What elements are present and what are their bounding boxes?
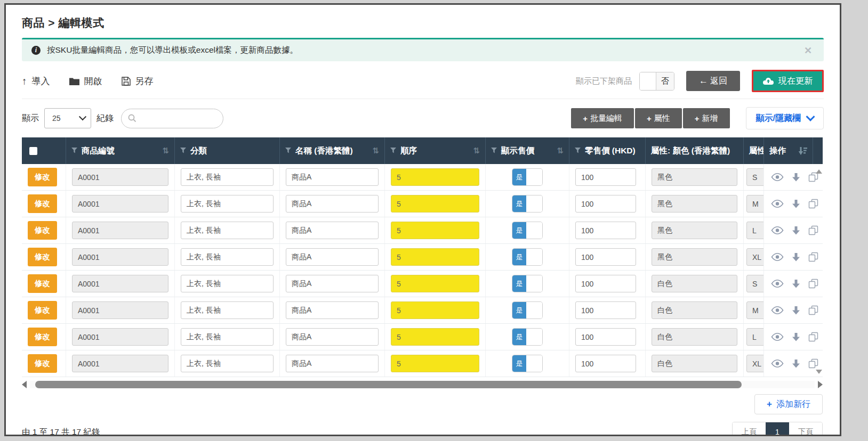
color-input[interactable]: 黑色 — [652, 168, 737, 186]
scroll-up-arrow[interactable] — [816, 169, 822, 174]
order-input[interactable]: 5 — [391, 275, 479, 292]
edit-row-button[interactable]: 修改 — [28, 274, 57, 293]
color-input[interactable]: 黑色 — [652, 222, 737, 239]
show-price-toggle[interactable]: 是 — [512, 275, 542, 292]
sort-icon[interactable]: ⇅ — [162, 146, 169, 156]
show-price-toggle[interactable]: 是 — [512, 249, 542, 265]
show-price-toggle[interactable]: 是 — [512, 355, 542, 372]
color-input[interactable]: 白色 — [652, 355, 737, 372]
category-input[interactable]: 上衣, 長袖 — [181, 195, 274, 213]
update-now-button[interactable]: 現在更新 — [752, 70, 824, 92]
sku-input[interactable]: A0001 — [72, 328, 168, 346]
edit-row-button[interactable]: 修改 — [28, 301, 57, 320]
view-icon[interactable] — [771, 200, 784, 208]
show-price-toggle[interactable]: 是 — [512, 329, 542, 345]
view-icon[interactable] — [771, 360, 784, 368]
copy-icon[interactable] — [808, 358, 818, 369]
import-button[interactable]: ↑ 導入 — [22, 75, 50, 87]
banner-close-button[interactable]: ✕ — [802, 45, 814, 56]
size-input[interactable]: L — [746, 328, 764, 346]
select-all-header[interactable] — [22, 137, 66, 164]
category-input[interactable]: 上衣, 長袖 — [181, 275, 274, 292]
view-icon[interactable] — [771, 253, 784, 261]
download-icon[interactable] — [792, 200, 800, 208]
sku-input[interactable]: A0001 — [72, 222, 168, 239]
copy-icon[interactable] — [808, 225, 818, 235]
sort-icon[interactable]: ⇅ — [473, 146, 480, 156]
category-input[interactable]: 上衣, 長袖 — [181, 222, 274, 239]
price-input[interactable]: 100 — [575, 275, 636, 292]
add-new-button[interactable]: + 新增 — [683, 108, 730, 128]
download-icon[interactable] — [792, 360, 800, 368]
order-input[interactable]: 5 — [391, 248, 479, 266]
edit-row-button[interactable]: 修改 — [28, 168, 57, 186]
filter-icon[interactable] — [285, 148, 291, 154]
edit-row-button[interactable]: 修改 — [28, 248, 57, 266]
show-price-toggle[interactable]: 是 — [512, 222, 542, 239]
price-input[interactable]: 100 — [575, 301, 636, 319]
filter-icon[interactable] — [491, 148, 497, 154]
download-icon[interactable] — [792, 173, 800, 182]
page-size-select[interactable]: 25 — [44, 108, 91, 128]
next-page-button[interactable]: 下頁 — [789, 422, 822, 436]
edit-row-button[interactable]: 修改 — [28, 221, 57, 240]
order-input[interactable]: 5 — [391, 301, 479, 319]
show-price-toggle[interactable]: 是 — [512, 169, 542, 185]
sort-amount-icon[interactable] — [798, 147, 807, 155]
price-input[interactable]: 100 — [575, 248, 636, 266]
name-input[interactable]: 商品A — [286, 168, 379, 186]
filter-icon[interactable] — [390, 148, 396, 154]
copy-icon[interactable] — [808, 252, 818, 262]
category-input[interactable]: 上衣, 長袖 — [181, 301, 274, 319]
price-input[interactable]: 100 — [575, 355, 636, 372]
edit-row-button[interactable]: 修改 — [28, 194, 57, 213]
name-input[interactable]: 商品A — [286, 328, 379, 346]
category-input[interactable]: 上衣, 長袖 — [181, 328, 274, 346]
view-icon[interactable] — [771, 306, 784, 314]
color-input[interactable]: 黑色 — [652, 195, 737, 213]
download-icon[interactable] — [792, 333, 800, 341]
copy-icon[interactable] — [808, 305, 818, 315]
sort-icon[interactable]: ⇅ — [557, 146, 564, 156]
search-input[interactable] — [141, 113, 239, 123]
download-icon[interactable] — [792, 226, 800, 235]
price-input[interactable]: 100 — [575, 328, 636, 346]
prev-page-button[interactable]: 上頁 — [733, 422, 766, 436]
view-icon[interactable] — [771, 333, 784, 341]
scroll-left-arrow[interactable] — [22, 381, 27, 388]
order-input[interactable]: 5 — [391, 195, 479, 213]
scroll-right-arrow[interactable] — [818, 381, 823, 388]
color-input[interactable]: 黑色 — [652, 248, 737, 266]
sku-input[interactable]: A0001 — [72, 195, 168, 213]
name-input[interactable]: 商品A — [286, 248, 379, 266]
size-input[interactable]: S — [746, 168, 764, 186]
color-input[interactable]: 白色 — [652, 328, 737, 346]
price-input[interactable]: 100 — [575, 168, 636, 186]
price-input[interactable]: 100 — [575, 195, 636, 213]
size-input[interactable]: L — [746, 222, 764, 239]
copy-icon[interactable] — [808, 199, 818, 209]
edit-row-button[interactable]: 修改 — [28, 328, 57, 346]
sku-input[interactable]: A0001 — [72, 275, 168, 292]
column-header-3[interactable]: 名稱 (香港繁體)⇅ — [280, 137, 385, 164]
show-price-toggle[interactable]: 是 — [512, 302, 542, 318]
current-page-button[interactable]: 1 — [766, 422, 789, 436]
color-input[interactable]: 白色 — [652, 275, 737, 292]
view-icon[interactable] — [771, 226, 784, 234]
order-input[interactable]: 5 — [391, 355, 479, 372]
show-price-toggle[interactable]: 是 — [512, 195, 542, 212]
view-icon[interactable] — [771, 280, 784, 288]
size-input[interactable]: M — [746, 301, 764, 319]
back-button[interactable]: ← 返回 — [686, 71, 740, 91]
size-input[interactable]: XL — [746, 355, 764, 372]
download-icon[interactable] — [792, 306, 800, 315]
sku-input[interactable]: A0001 — [72, 248, 168, 266]
add-row-button[interactable]: + 添加新行 — [754, 394, 823, 414]
select-all-checkbox[interactable] — [29, 147, 37, 155]
show-hide-columns-button[interactable]: 顯示/隱藏欄 — [746, 107, 824, 129]
sku-input[interactable]: A0001 — [72, 301, 168, 319]
category-input[interactable]: 上衣, 長袖 — [181, 168, 274, 186]
filter-icon[interactable] — [180, 148, 186, 154]
column-header-5[interactable]: 顯示售價⇅ — [486, 137, 569, 164]
order-input[interactable]: 5 — [391, 328, 479, 346]
